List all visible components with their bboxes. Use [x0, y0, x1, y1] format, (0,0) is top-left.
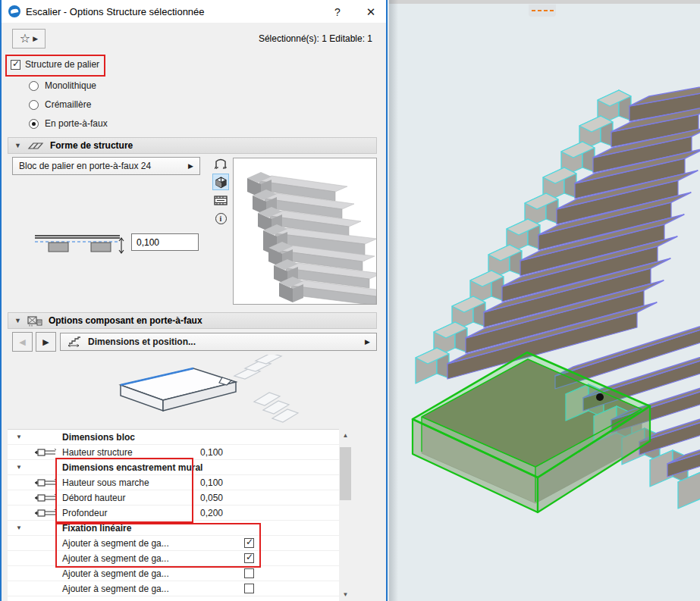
row-label: Ajouter à segment de ga... — [62, 568, 176, 579]
under-step-icon — [30, 477, 62, 488]
row-value[interactable]: 0,100 — [176, 477, 223, 488]
row-label: Ajouter à segment de ga... — [62, 538, 176, 549]
selection-info: Sélectionné(s): 1 Editable: 1 — [259, 33, 372, 44]
overhang-icon — [30, 493, 62, 503]
radio-monolithique[interactable]: Monolithique — [29, 80, 96, 91]
row-label: Ajouter à segment de ga... — [62, 584, 176, 594]
stair-3d-model[interactable] — [389, 0, 700, 601]
archicad-app-icon — [8, 5, 20, 17]
row-checkbox[interactable] — [244, 584, 254, 593]
table-row[interactable]: Ajouter à segment de ga... — [8, 536, 339, 551]
collapse-triangle-icon[interactable]: ▼ — [8, 434, 30, 440]
row-value[interactable]: 0,200 — [176, 508, 223, 518]
landing-offset-diagram — [32, 230, 129, 255]
dropdown-value: Dimensions et position... — [88, 336, 359, 347]
3d-view-icon[interactable] — [212, 174, 229, 190]
radio-icon[interactable] — [29, 100, 39, 110]
radio-porte-a-faux[interactable]: En porte-à-faux — [29, 118, 108, 129]
selection-hotspot — [596, 393, 604, 401]
offset-value-input[interactable] — [131, 233, 199, 251]
info-icon[interactable]: i — [212, 210, 229, 227]
close-button[interactable]: ✕ — [359, 5, 382, 20]
landing-structure-label: Structure de palier — [25, 59, 99, 70]
row-value[interactable]: 0,050 — [176, 493, 223, 503]
table-row[interactable]: Profondeur0,200 — [8, 506, 339, 521]
radio-icon[interactable] — [29, 81, 39, 91]
radio-label: En porte-à-faux — [45, 118, 108, 129]
collapse-triangle-icon[interactable]: ▼ — [8, 464, 30, 471]
table-row[interactable]: ▼Fixation linéaire — [8, 521, 339, 536]
row-label: Hauteur sous marche — [62, 477, 176, 488]
depth-icon — [30, 508, 62, 518]
viewport-tab[interactable] — [529, 5, 556, 17]
structure-preview — [233, 158, 377, 305]
scrollbar-thumb[interactable] — [340, 447, 351, 500]
section-title: Options composant en porte-à-faux — [49, 315, 202, 326]
radio-label: Monolithique — [45, 80, 96, 91]
preview-stairs-image — [234, 158, 376, 304]
collapse-triangle-icon[interactable]: ▼ — [14, 142, 21, 149]
landing-wireframe-preview — [74, 355, 309, 427]
row-label: Profondeur — [62, 508, 176, 518]
favorites-button[interactable]: ☆ ▶ — [12, 29, 46, 49]
table-row[interactable]: Ajouter à segment de ga... — [8, 581, 339, 596]
dialog-shadow — [389, 0, 398, 601]
row-label: Dimensions encastrement mural — [62, 462, 312, 473]
section-options-composant[interactable]: ▼ Options composant en porte-à-faux — [8, 312, 377, 329]
help-button[interactable]: ? — [326, 5, 349, 20]
table-scrollbar[interactable]: ▲ ▼ — [339, 429, 352, 601]
collapse-triangle-icon[interactable]: ▼ — [8, 524, 30, 531]
radio-icon[interactable] — [29, 119, 39, 129]
chevron-right-icon: ▶ — [33, 35, 38, 42]
star-icon: ☆ — [20, 33, 30, 45]
row-value[interactable]: 0,100 — [176, 447, 223, 458]
row-label: Hauteur structure — [62, 447, 176, 458]
radio-cremaillere[interactable]: Crémaillère — [29, 99, 91, 110]
component-options-icon — [27, 315, 42, 327]
dimensions-position-dropdown[interactable]: Dimensions et position... ▶ — [60, 333, 377, 351]
row-checkbox[interactable] — [244, 568, 254, 578]
structure-shape-dropdown[interactable]: Bloc de palier en porte-à-faux 24 ▶ — [12, 157, 200, 175]
dialog-titlebar[interactable]: Escalier - Options Structure sélectionné… — [2, 0, 386, 23]
dimensions-position-icon — [67, 336, 82, 348]
next-page-button[interactable]: ▶ — [36, 332, 56, 352]
structure-shape-icon — [27, 141, 44, 151]
row-label: Débord hauteur — [62, 493, 176, 503]
table-row[interactable]: ▼Dimensions bloc — [8, 430, 339, 445]
collapse-triangle-icon[interactable]: ▼ — [14, 317, 21, 324]
row-checkbox[interactable] — [244, 538, 254, 548]
dialog-title: Escalier - Options Structure sélectionné… — [26, 6, 205, 17]
parameters-table[interactable]: ▼Dimensions blocHauteur structure0,100▼D… — [8, 429, 339, 601]
row-label: Fixation linéaire — [62, 523, 312, 534]
symbolic-view-icon[interactable] — [212, 155, 229, 172]
scroll-down-arrow[interactable]: ▼ — [339, 588, 352, 601]
dropdown-value: Bloc de palier en porte-à-faux 24 — [19, 161, 188, 171]
chevron-right-icon: ▶ — [188, 162, 193, 170]
row-label: Ajouter à segment de ga... — [62, 553, 176, 564]
table-row[interactable]: Hauteur sous marche0,100 — [8, 475, 339, 490]
screen: Escalier - Options Structure sélectionné… — [0, 0, 700, 601]
radio-label: Crémaillère — [45, 99, 91, 110]
landing-structure-checkbox-row[interactable]: Structure de palier — [11, 59, 99, 70]
table-row[interactable]: Hauteur structure0,100 — [8, 445, 339, 460]
chevron-right-icon: ▶ — [365, 338, 370, 346]
section-title: Forme de structure — [50, 140, 133, 151]
3d-viewport[interactable] — [389, 0, 700, 601]
height-icon — [30, 447, 62, 458]
scroll-up-arrow[interactable]: ▲ — [339, 429, 352, 442]
table-row[interactable]: Ajouter à segment de ga... — [8, 551, 339, 566]
table-row[interactable]: ▼Dimensions encastrement mural — [8, 460, 339, 475]
previous-page-button[interactable]: ◀ — [12, 332, 33, 352]
section-forme-de-structure[interactable]: ▼ Forme de structure — [8, 137, 377, 154]
landing-structure-checkbox[interactable] — [11, 60, 20, 70]
row-label: Dimensions bloc — [62, 432, 312, 443]
stair-options-dialog: Escalier - Options Structure sélectionné… — [0, 0, 388, 601]
table-row[interactable]: Débord hauteur0,050 — [8, 490, 339, 506]
filmstrip-view-icon[interactable] — [212, 192, 229, 208]
table-row[interactable]: Ajouter à segment de ga... — [8, 566, 339, 581]
row-checkbox[interactable] — [244, 553, 254, 563]
